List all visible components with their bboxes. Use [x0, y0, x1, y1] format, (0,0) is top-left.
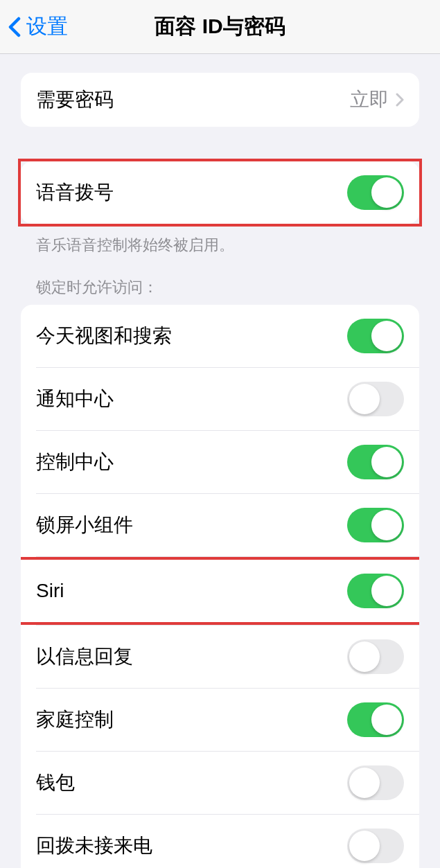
list-item-toggle[interactable] [347, 829, 404, 863]
voice-dial-toggle[interactable] [347, 175, 404, 210]
require-passcode-row[interactable]: 需要密码 立即 [21, 73, 419, 127]
list-item-toggle[interactable] [347, 574, 404, 608]
list-item-toggle[interactable] [347, 702, 404, 737]
list-item-toggle[interactable] [347, 319, 404, 353]
list-item-label: 回拨未接来电 [36, 833, 152, 859]
list-item: 家庭控制 [21, 689, 419, 751]
list-item-toggle[interactable] [347, 382, 404, 416]
require-passcode-label: 需要密码 [36, 87, 114, 113]
list-item-label: 钱包 [36, 770, 75, 796]
list-item-label: 锁屏小组件 [36, 512, 133, 538]
require-passcode-value: 立即 [350, 87, 389, 113]
back-button[interactable]: 设置 [0, 12, 68, 41]
list-item: 通知中心 [21, 368, 419, 430]
chevron-right-icon [396, 93, 404, 107]
list-item-toggle[interactable] [347, 508, 404, 542]
voice-dial-group: 语音拨号 [21, 161, 419, 224]
page-title: 面容 ID与密码 [155, 12, 285, 41]
list-item-label: 今天视图和搜索 [36, 323, 172, 349]
list-item-label: Siri [36, 580, 64, 602]
back-label: 设置 [26, 12, 68, 41]
list-item-label: 家庭控制 [36, 707, 114, 733]
locked-access-group: 今天视图和搜索通知中心控制中心锁屏小组件Siri以信息回复家庭控制钱包回拨未接来… [21, 305, 419, 868]
list-item: 回拨未接来电 [21, 815, 419, 868]
list-item: Siri [21, 560, 419, 622]
voice-dial-row: 语音拨号 [21, 161, 419, 224]
locked-access-header: 锁定时允许访问： [21, 277, 419, 305]
list-item: 钱包 [21, 752, 419, 814]
list-item: 今天视图和搜索 [21, 305, 419, 367]
list-item-toggle[interactable] [347, 765, 404, 800]
highlight-siri: Siri [21, 557, 419, 625]
list-item-toggle[interactable] [347, 445, 404, 479]
list-item-label: 控制中心 [36, 449, 114, 475]
list-item-label: 通知中心 [36, 386, 114, 412]
highlight-voice-dial: 语音拨号 [18, 159, 422, 227]
list-item-toggle[interactable] [347, 639, 404, 674]
list-item: 控制中心 [21, 431, 419, 493]
voice-dial-footer: 音乐语音控制将始终被启用。 [21, 227, 419, 256]
list-item-label: 以信息回复 [36, 644, 133, 670]
voice-dial-label: 语音拨号 [36, 179, 114, 206]
require-passcode-group: 需要密码 立即 [21, 73, 419, 127]
chevron-left-icon [8, 17, 21, 37]
nav-bar: 设置 面容 ID与密码 [0, 0, 440, 54]
list-item: 以信息回复 [21, 626, 419, 688]
list-item: 锁屏小组件 [21, 494, 419, 556]
